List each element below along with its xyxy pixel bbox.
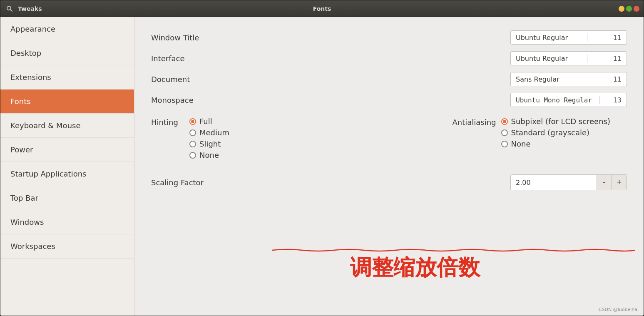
hinting-slight[interactable]: Slight bbox=[189, 139, 229, 148]
close-button[interactable] bbox=[634, 6, 639, 12]
hinting-header: Hinting Full Medium bbox=[151, 117, 229, 159]
hinting-medium[interactable]: Medium bbox=[189, 128, 229, 137]
document-font-name: Sans Regular bbox=[516, 75, 559, 83]
sidebar-item-keyboard-mouse[interactable]: Keyboard & Mouse bbox=[0, 114, 134, 138]
font-row-document: Document Sans Regular 11 bbox=[151, 72, 627, 86]
hinting-full-radio[interactable] bbox=[189, 118, 196, 125]
scaling-control: 2.00 - + bbox=[510, 174, 627, 190]
font-row-monospace: Monospace Ubuntu Mono Regular 13 bbox=[151, 93, 627, 107]
font-row-window-title: Window Title Ubuntu Regular 11 bbox=[151, 30, 627, 45]
minimize-button[interactable] bbox=[619, 6, 624, 12]
hinting-section: Hinting Full Medium bbox=[151, 117, 229, 161]
font-row-interface: Interface Ubuntu Regular 11 bbox=[151, 51, 627, 65]
antialiasing-standard-label: Standard (grayscale) bbox=[511, 128, 590, 137]
hinting-label: Hinting bbox=[151, 117, 184, 127]
antialiasing-standard[interactable]: Standard (grayscale) bbox=[501, 128, 611, 137]
interface-font-picker[interactable]: Ubuntu Regular 11 bbox=[510, 51, 627, 65]
antialiasing-header: Antialiasing Subpixel (for LCD screens) … bbox=[452, 117, 610, 148]
window-title-font-size: 11 bbox=[613, 34, 622, 42]
app-name: Tweaks bbox=[18, 5, 42, 12]
hinting-medium-radio[interactable] bbox=[189, 129, 196, 136]
scaling-plus-button[interactable]: + bbox=[612, 175, 627, 190]
sidebar: Appearance Desktop Extensions Fonts Keyb… bbox=[0, 17, 134, 316]
sidebar-item-desktop[interactable]: Desktop bbox=[0, 41, 134, 65]
document-font-size: 11 bbox=[613, 75, 622, 83]
antialiasing-none-label: None bbox=[511, 139, 531, 148]
hinting-radio-group: Full Medium Slight bbox=[189, 117, 229, 159]
antialiasing-subpixel-label: Subpixel (for LCD screens) bbox=[511, 117, 611, 126]
sidebar-item-top-bar[interactable]: Top Bar bbox=[0, 186, 134, 210]
window-title-font-picker[interactable]: Ubuntu Regular 11 bbox=[510, 30, 627, 45]
hinting-none-radio[interactable] bbox=[189, 152, 196, 159]
hinting-full-label: Full bbox=[199, 117, 212, 126]
main-content: Appearance Desktop Extensions Fonts Keyb… bbox=[0, 17, 644, 316]
window-controls bbox=[556, 6, 639, 12]
antialiasing-standard-radio[interactable] bbox=[501, 129, 508, 136]
sidebar-item-windows[interactable]: Windows bbox=[0, 210, 134, 234]
interface-label: Interface bbox=[151, 54, 226, 63]
content-area: Window Title Ubuntu Regular 11 Interface… bbox=[134, 17, 644, 316]
hinting-none[interactable]: None bbox=[189, 151, 229, 159]
sidebar-item-fonts[interactable]: Fonts bbox=[0, 90, 134, 114]
document-font-picker[interactable]: Sans Regular 11 bbox=[510, 72, 627, 86]
window-title: Fonts bbox=[313, 5, 331, 12]
antialiasing-radio-group: Subpixel (for LCD screens) Standard (gra… bbox=[501, 117, 611, 148]
document-label: Document bbox=[151, 75, 226, 84]
hinting-slight-label: Slight bbox=[199, 139, 221, 148]
monospace-font-name: Ubuntu Mono Regular bbox=[516, 96, 592, 104]
sidebar-item-startup-applications[interactable]: Startup Applications bbox=[0, 162, 134, 186]
sidebar-item-workspaces[interactable]: Workspaces bbox=[0, 234, 134, 259]
picker-divider bbox=[599, 96, 599, 104]
monospace-label: Monospace bbox=[151, 96, 226, 105]
window-title-font-name: Ubuntu Regular bbox=[516, 34, 568, 42]
annotation-line bbox=[272, 246, 635, 249]
antialiasing-none[interactable]: None bbox=[501, 139, 611, 148]
sidebar-item-extensions[interactable]: Extensions bbox=[0, 65, 134, 90]
scaling-label: Scaling Factor bbox=[151, 178, 204, 187]
monospace-font-size: 13 bbox=[614, 96, 622, 104]
svg-line-1 bbox=[10, 10, 12, 11]
antialiasing-label: Antialiasing bbox=[452, 117, 496, 127]
sidebar-item-power[interactable]: Power bbox=[0, 138, 134, 162]
picker-divider bbox=[587, 54, 587, 62]
search-icon[interactable] bbox=[5, 4, 15, 14]
scaling-value: 2.00 bbox=[511, 176, 597, 189]
main-window: Tweaks Fonts Appearance Desktop Extensio… bbox=[0, 0, 644, 316]
window-title-label: Window Title bbox=[151, 33, 226, 42]
titlebar-center: Fonts bbox=[88, 5, 556, 12]
scaling-minus-button[interactable]: - bbox=[597, 175, 612, 190]
scaling-row: Scaling Factor 2.00 - + bbox=[151, 174, 627, 190]
antialiasing-section: Antialiasing Subpixel (for LCD screens) … bbox=[452, 117, 610, 161]
monospace-font-picker[interactable]: Ubuntu Mono Regular 13 bbox=[510, 93, 627, 107]
hinting-antialiasing-row: Hinting Full Medium bbox=[151, 117, 627, 161]
watermark: CSDN @luobeihai bbox=[599, 307, 639, 312]
hinting-none-label: None bbox=[199, 151, 219, 159]
picker-divider bbox=[583, 75, 583, 83]
antialiasing-none-radio[interactable] bbox=[501, 141, 508, 147]
antialiasing-subpixel-radio[interactable] bbox=[501, 118, 508, 125]
titlebar: Tweaks Fonts bbox=[0, 0, 644, 17]
hinting-full[interactable]: Full bbox=[189, 117, 229, 126]
sidebar-item-appearance[interactable]: Appearance bbox=[0, 17, 134, 41]
titlebar-left: Tweaks bbox=[5, 4, 88, 14]
maximize-button[interactable] bbox=[626, 6, 632, 12]
interface-font-size: 11 bbox=[613, 55, 622, 62]
picker-divider bbox=[587, 33, 587, 42]
hinting-slight-radio[interactable] bbox=[189, 141, 196, 147]
antialiasing-subpixel[interactable]: Subpixel (for LCD screens) bbox=[501, 117, 611, 126]
interface-font-name: Ubuntu Regular bbox=[516, 55, 568, 62]
hinting-medium-label: Medium bbox=[199, 128, 229, 137]
annotation-text: 调整缩放倍数 bbox=[350, 253, 480, 282]
